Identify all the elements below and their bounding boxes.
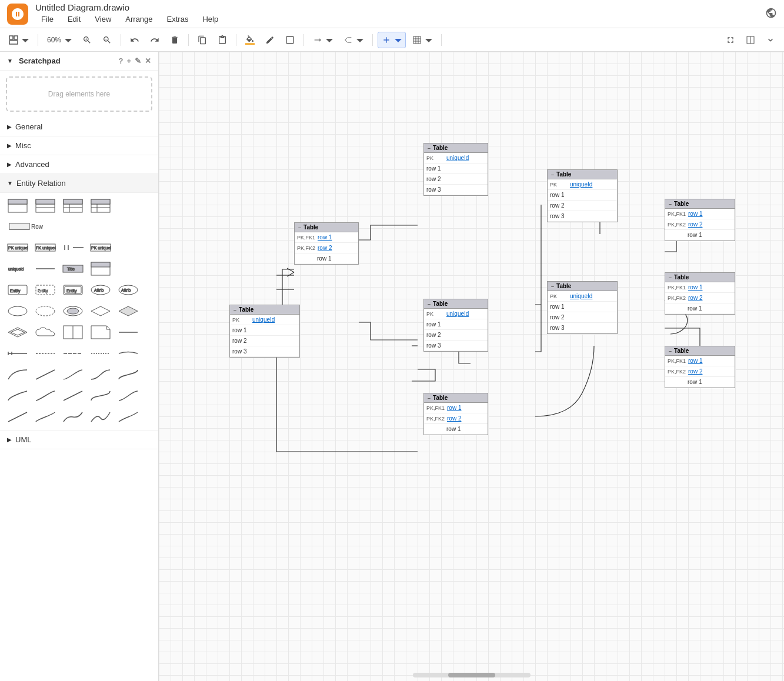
er-shape-table3[interactable] bbox=[60, 196, 86, 215]
menu-arrange[interactable]: Arrange bbox=[119, 12, 158, 26]
scratchpad-edit-icon[interactable]: ✎ bbox=[135, 56, 141, 65]
er-connector1[interactable] bbox=[60, 238, 86, 257]
er-line-plain[interactable] bbox=[115, 323, 141, 342]
er-diamond1[interactable] bbox=[88, 302, 114, 321]
er-note[interactable] bbox=[88, 323, 114, 342]
er-curve15[interactable] bbox=[115, 408, 141, 426]
menu-extras[interactable]: Extras bbox=[161, 12, 195, 26]
er-curve4[interactable] bbox=[88, 365, 114, 384]
delete-button[interactable] bbox=[166, 32, 184, 48]
er-conn5[interactable] bbox=[115, 344, 141, 363]
sidebar-item-uml[interactable]: ▶ UML bbox=[0, 430, 158, 449]
er-table-4[interactable]: – Table PK uniqueId row 1 row 2 row 3 bbox=[423, 299, 488, 352]
er-curve1[interactable] bbox=[5, 365, 31, 384]
er-ellipse3[interactable] bbox=[5, 302, 31, 321]
undo-button[interactable] bbox=[126, 32, 144, 48]
er-table-2[interactable]: – Table PK uniqueId row 1 row 2 row 3 bbox=[423, 143, 488, 196]
er-split-rect[interactable] bbox=[60, 323, 86, 342]
er-conn4[interactable] bbox=[88, 344, 114, 363]
layout-button[interactable] bbox=[5, 32, 33, 48]
er-conn2[interactable] bbox=[32, 344, 58, 363]
er-ellipse2[interactable]: Attrib bbox=[115, 281, 141, 299]
copy-button[interactable] bbox=[194, 32, 211, 48]
er-curve12[interactable] bbox=[32, 408, 58, 426]
er-shape-row[interactable]: Row bbox=[5, 217, 47, 236]
er-table-9[interactable]: – Table PK,FK1 row 1 PK,FK2 row 2 row 1 bbox=[665, 272, 735, 315]
er-diamond2[interactable] bbox=[115, 302, 141, 321]
er-ellipse-filled[interactable] bbox=[60, 302, 86, 321]
er-line1[interactable] bbox=[32, 259, 58, 278]
globe-icon[interactable] bbox=[765, 7, 777, 21]
er-table-row: row 3 bbox=[548, 323, 617, 333]
canvas-area[interactable]: – Table PK,FK1 row 1 PK,FK2 row 2 row 1 … bbox=[159, 52, 784, 681]
drag-drop-area[interactable]: Drag elements here bbox=[6, 76, 152, 112]
er-curve3[interactable] bbox=[60, 365, 86, 384]
er-title-shape[interactable]: Title bbox=[60, 259, 86, 278]
menu-file[interactable]: File bbox=[35, 12, 59, 26]
er-curve13[interactable] bbox=[60, 408, 86, 426]
waypoint-button[interactable] bbox=[339, 32, 368, 48]
er-shape-uniqueld[interactable]: uniqueld bbox=[5, 259, 31, 278]
scratchpad-help-icon[interactable]: ? bbox=[118, 56, 123, 65]
redo-button[interactable] bbox=[146, 32, 164, 48]
sidebar-item-general[interactable]: ▶ General bbox=[0, 118, 158, 136]
er-curve2[interactable] bbox=[32, 365, 58, 384]
shape-button[interactable] bbox=[281, 32, 299, 48]
er-table-7[interactable]: – Table PK uniqueId row 1 row 2 row 3 bbox=[547, 281, 618, 334]
er-curve10[interactable] bbox=[115, 386, 141, 405]
er-curve8[interactable] bbox=[60, 386, 86, 405]
add-button[interactable] bbox=[378, 32, 406, 48]
er-table-3[interactable]: – Table PK uniqueId row 1 row 2 row 3 bbox=[229, 305, 300, 358]
canvas-scrollbar[interactable] bbox=[413, 673, 531, 677]
connection-type-button[interactable] bbox=[309, 32, 337, 48]
er-table-6[interactable]: – Table PK uniqueId row 1 row 2 row 3 bbox=[547, 169, 618, 222]
er-curve11[interactable] bbox=[5, 408, 31, 426]
er-ellipse1[interactable]: Attrib bbox=[88, 281, 114, 299]
er-table-8[interactable]: – Table PK,FK1 row 1 PK,FK2 row 2 row 1 bbox=[665, 199, 735, 241]
er-entity2[interactable]: Entity bbox=[32, 281, 58, 299]
zoom-out-button[interactable] bbox=[98, 32, 116, 48]
menu-view[interactable]: View bbox=[89, 12, 117, 26]
er-diamond3[interactable] bbox=[5, 323, 31, 342]
er-entity3[interactable]: Entity bbox=[60, 281, 86, 299]
er-shape-table1[interactable] bbox=[5, 196, 31, 215]
er-pk-shape3[interactable]: PK uniqueld bbox=[88, 238, 114, 257]
zoom-level-button[interactable]: 60% bbox=[43, 32, 76, 48]
sidebar-item-entity-relation[interactable]: ▼ Entity Relation bbox=[0, 174, 158, 193]
er-table-row: row 1 bbox=[295, 253, 358, 264]
sidebar-item-advanced[interactable]: ▶ Advanced bbox=[0, 155, 158, 174]
er-entity1[interactable]: Entity bbox=[5, 281, 31, 299]
sidebar-item-misc[interactable]: ▶ Misc bbox=[0, 136, 158, 155]
fill-color-button[interactable] bbox=[241, 32, 259, 48]
er-shape-table4[interactable] bbox=[88, 196, 114, 215]
zoom-in-button[interactable] bbox=[78, 32, 96, 48]
er-shape-box[interactable] bbox=[88, 259, 114, 278]
collapse-button[interactable] bbox=[762, 32, 779, 48]
er-cloud[interactable] bbox=[32, 323, 58, 342]
er-table-5[interactable]: – Table PK,FK1 row 1 PK,FK2 row 2 row 1 bbox=[423, 393, 488, 435]
er-table-1[interactable]: – Table PK,FK1 row 1 PK,FK2 row 2 row 1 bbox=[294, 222, 359, 265]
er-curve5[interactable] bbox=[115, 365, 141, 384]
menu-help[interactable]: Help bbox=[196, 12, 224, 26]
er-shape-table2[interactable] bbox=[32, 196, 58, 215]
paste-button[interactable] bbox=[213, 32, 231, 48]
scratchpad-add-icon[interactable]: + bbox=[126, 56, 131, 65]
split-view-button[interactable] bbox=[742, 32, 759, 48]
er-curve9[interactable] bbox=[88, 386, 114, 405]
fullscreen-button[interactable] bbox=[722, 32, 739, 48]
er-curve7[interactable] bbox=[32, 386, 58, 405]
er-ellipse-dash[interactable] bbox=[32, 302, 58, 321]
line-color-button[interactable] bbox=[261, 32, 279, 48]
er-pk-shape2[interactable]: FK uniqueld bbox=[32, 238, 58, 257]
table-button[interactable] bbox=[408, 32, 436, 48]
er-pk-shape1[interactable]: PK uniqueld bbox=[5, 238, 31, 257]
scratchpad-close-icon[interactable]: ✕ bbox=[145, 56, 151, 65]
menu-edit[interactable]: Edit bbox=[62, 12, 86, 26]
er-conn3[interactable] bbox=[60, 344, 86, 363]
er-conn1[interactable] bbox=[5, 344, 31, 363]
er-curve14[interactable] bbox=[88, 408, 114, 426]
er-curve6[interactable] bbox=[5, 386, 31, 405]
canvas-scrollbar-thumb[interactable] bbox=[448, 673, 495, 677]
advanced-label: Advanced bbox=[15, 160, 49, 169]
er-table-10[interactable]: – Table PK,FK1 row 1 PK,FK2 row 2 row 1 bbox=[665, 346, 735, 388]
